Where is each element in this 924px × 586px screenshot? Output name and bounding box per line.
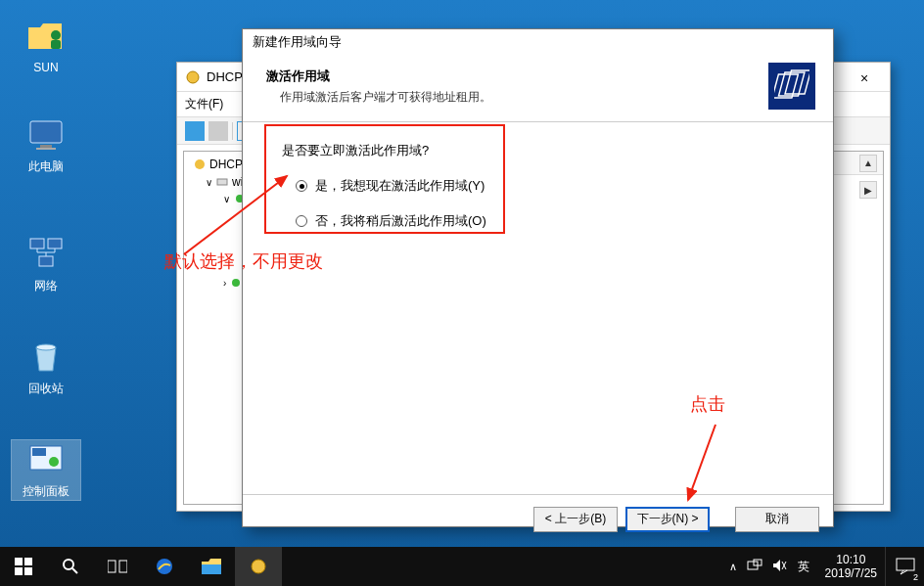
new-scope-wizard-dialog: 新建作用域向导 激活作用域 作用域激活后客户端才可获得地址租用。 是否要立即激活… (242, 28, 834, 527)
wizard-heading: 激活作用域 (266, 68, 491, 85)
radio-yes-row[interactable]: 是，我想现在激活此作用域(Y) (296, 177, 804, 195)
wizard-banner-icon (768, 63, 815, 110)
svg-rect-14 (217, 179, 227, 185)
next-button[interactable]: 下一步(N) > (625, 507, 710, 532)
tray-volume-icon[interactable] (772, 559, 788, 575)
desktop: SUN 此电脑 网络 回收站 控制面板 × DHCP (0, 0, 924, 586)
wizard-subheading: 作用域激活后客户端才可获得地址租用。 (266, 89, 491, 106)
desktop-icon-label: 网络 (12, 278, 80, 294)
svg-rect-6 (48, 239, 62, 248)
panel-up-button[interactable]: ▲ (859, 155, 877, 172)
svg-point-12 (187, 71, 199, 83)
svg-rect-29 (202, 564, 221, 574)
start-button[interactable] (0, 547, 47, 586)
desktop-icon-label: SUN (12, 61, 80, 74)
monitor-icon (26, 115, 66, 155)
svg-line-25 (72, 568, 77, 573)
svg-point-11 (49, 457, 59, 467)
desktop-icon-label: 此电脑 (12, 158, 80, 175)
svg-rect-26 (108, 561, 116, 572)
svg-point-13 (195, 159, 205, 169)
tray-ime[interactable]: 英 (798, 559, 809, 575)
action-center-button[interactable]: 2 (885, 547, 924, 586)
desktop-icon-label: 控制面板 (12, 483, 80, 500)
menu-file[interactable]: 文件(F) (185, 96, 223, 113)
back-button[interactable]: < 上一步(B) (533, 507, 618, 532)
svg-rect-18 (778, 72, 804, 96)
tray-network-icon[interactable] (747, 559, 762, 575)
svg-rect-22 (15, 567, 23, 575)
control-panel-icon (26, 440, 66, 479)
dhcp-app-icon (185, 69, 201, 85)
svg-rect-35 (897, 559, 914, 570)
notif-count-badge: 2 (913, 572, 918, 582)
svg-rect-27 (119, 561, 127, 572)
system-tray: ∧ 英 (721, 559, 817, 575)
svg-point-8 (36, 344, 56, 350)
annotation-click-text: 点击 (690, 392, 725, 416)
tray-chevron-icon[interactable]: ∧ (729, 561, 737, 573)
svg-rect-5 (30, 239, 44, 248)
wizard-question: 是否要立即激活此作用域? (282, 142, 804, 159)
taskbar-dhcp-running[interactable] (235, 547, 282, 586)
taskbar-ie[interactable] (141, 547, 188, 586)
svg-rect-23 (24, 567, 32, 575)
svg-rect-1 (51, 40, 61, 49)
svg-point-28 (157, 559, 172, 574)
svg-rect-3 (40, 145, 52, 148)
network-icon (26, 235, 66, 274)
desktop-icon-network[interactable]: 网络 (12, 235, 80, 294)
svg-point-16 (232, 279, 240, 287)
cancel-button[interactable]: 取消 (735, 507, 819, 532)
recycle-bin-icon (26, 338, 66, 377)
taskbar-clock[interactable]: 10:10 2019/7/25 (817, 553, 885, 581)
desktop-icon-label: 回收站 (12, 381, 80, 397)
desktop-icon-recyclebin[interactable]: 回收站 (12, 338, 80, 397)
task-view-button[interactable] (94, 547, 141, 586)
dhcp-title-text: DHCP (207, 69, 243, 84)
svg-rect-7 (39, 256, 53, 266)
svg-point-24 (64, 560, 73, 569)
svg-rect-20 (15, 558, 23, 565)
radio-no-label: 否，我将稍后激活此作用域(O) (315, 212, 486, 230)
radio-no[interactable] (296, 215, 307, 227)
taskbar: ∧ 英 10:10 2019/7/25 2 (0, 547, 924, 586)
radio-yes[interactable] (296, 180, 307, 192)
desktop-icon-folder[interactable]: SUN (12, 18, 80, 74)
wizard-footer: < 上一步(B) 下一步(N) > 取消 (243, 494, 833, 543)
radio-yes-label: 是，我想现在激活此作用域(Y) (315, 177, 485, 195)
clock-time: 10:10 (825, 553, 877, 566)
wizard-titlebar: 新建作用域向导 (243, 29, 833, 55)
toolbar-fwd-icon[interactable] (208, 121, 228, 141)
svg-point-30 (252, 560, 265, 573)
taskbar-explorer[interactable] (188, 547, 235, 586)
desktop-icon-controlpanel[interactable]: 控制面板 (12, 440, 80, 500)
svg-rect-4 (36, 148, 56, 150)
svg-rect-2 (30, 121, 62, 143)
wizard-body: 是否要立即激活此作用域? 是，我想现在激活此作用域(Y) 否，我将稍后激活此作用… (243, 122, 833, 494)
svg-point-0 (51, 30, 61, 40)
svg-rect-21 (24, 558, 32, 565)
toolbar-back-icon[interactable] (185, 121, 205, 141)
radio-no-row[interactable]: 否，我将稍后激活此作用域(O) (296, 212, 804, 230)
window-close-button[interactable]: × (845, 68, 884, 88)
desktop-icon-thispc[interactable]: 此电脑 (12, 115, 80, 175)
annotation-default-text: 默认选择，不用更改 (164, 249, 323, 273)
wizard-title-text: 新建作用域向导 (253, 33, 342, 51)
clock-date: 2019/7/25 (825, 566, 877, 580)
panel-right-button[interactable]: ▶ (859, 181, 877, 199)
svg-rect-10 (32, 448, 46, 456)
search-button[interactable] (47, 547, 94, 586)
wizard-header: 激活作用域 作用域激活后客户端才可获得地址租用。 (243, 55, 833, 122)
folder-user-icon (26, 18, 66, 57)
